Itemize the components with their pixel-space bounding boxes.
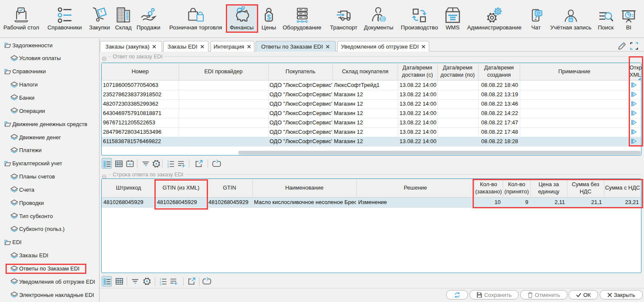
svg-text:3: 3 (167, 165, 169, 168)
svg-text:3: 3 (160, 283, 161, 286)
